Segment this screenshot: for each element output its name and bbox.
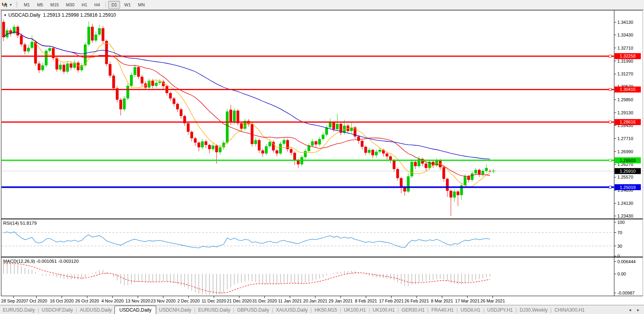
candle-body	[130, 75, 133, 86]
candle-body	[386, 154, 388, 156]
date-tick-label: 29 Jan 2021	[329, 299, 353, 303]
chart-tab-dj30-15[interactable]: DJ30,Weekly	[517, 306, 550, 314]
candle-body	[173, 98, 175, 104]
timeframe-button-m30[interactable]: M30	[63, 1, 78, 9]
chart-tab-ger30-11[interactable]: GER30,H1	[399, 306, 427, 314]
candle-body	[368, 150, 370, 153]
chart-pointer-icon[interactable]	[1, 2, 8, 8]
toolbar-grip[interactable]	[16, 2, 17, 8]
chart-tab-usdcnh-4[interactable]: USDCNH,Daily	[156, 306, 194, 314]
price-tick-label: 1.27710	[617, 136, 633, 141]
rsi-panel[interactable]: 10070300	[2, 220, 625, 258]
date-tick-label: 17 Feb 2021	[379, 299, 404, 303]
date-tick-label: 8 Mar 2021	[431, 299, 453, 303]
candle-body	[27, 48, 30, 51]
chart-tab-usdchf-1[interactable]: USDCHF,Daily	[39, 306, 76, 314]
candle-body	[187, 123, 190, 132]
candle-body	[361, 141, 363, 147]
candle-body	[393, 160, 396, 169]
chart-tab-usoil-13[interactable]: USOil,H1	[458, 306, 483, 314]
candle-body	[41, 65, 44, 70]
level-line-handle[interactable]	[609, 55, 611, 57]
chart-tab-uk100-9[interactable]: UK100,H1	[341, 306, 369, 314]
candle-body	[91, 27, 94, 40]
chart-tab-xauusd-7[interactable]: XAUUSD,Daily	[273, 306, 310, 314]
timeframe-button-d1[interactable]: D1	[108, 1, 120, 9]
candle-body	[332, 123, 335, 129]
price-tick-label: 1.31990	[617, 59, 633, 64]
candle-body	[304, 151, 307, 157]
candle-body	[410, 162, 413, 176]
candle-body	[478, 170, 481, 175]
timeframe-button-m5[interactable]: M5	[34, 1, 46, 9]
candle-body	[155, 83, 157, 86]
chart-tab-eurusd-5[interactable]: EURUSD,Daily	[195, 306, 233, 314]
last-price-cross-marker	[491, 169, 495, 173]
chart-tab-uk100-10[interactable]: UK100,H1	[370, 306, 398, 314]
level-line-handle[interactable]	[609, 186, 611, 189]
timeframe-button-m1[interactable]: M1	[21, 1, 33, 9]
date-tick-label: 8 Feb 2021	[355, 299, 377, 303]
moving-average-line-8	[4, 32, 490, 187]
candle-body	[254, 140, 257, 144]
timeframe-button-mn[interactable]: MN	[135, 1, 148, 9]
candle-body	[481, 171, 484, 174]
chart-tab-hk50-8[interactable]: HK50,M15	[312, 306, 340, 314]
timeframe-buttons: M1M5M15M30H1H4D1W1MN	[20, 1, 148, 9]
tabs-scroll-left-icon[interactable]: ◄	[628, 308, 632, 312]
macd-tick-label: 0.00	[617, 272, 626, 276]
candle-body	[485, 168, 488, 171]
timeframe-toolbar: ▼ M1M5M15M30H1H4D1W1MN	[0, 0, 644, 10]
tabs-scroll-right-icon[interactable]: ►	[636, 308, 640, 312]
level-price-box-label: 1.30415	[620, 87, 636, 92]
candle-body	[109, 64, 111, 75]
rsi-line	[4, 232, 490, 248]
macd-panel[interactable]: 0.0064440.00-0.00987	[4, 259, 636, 295]
candle-body	[286, 140, 289, 149]
chart-tab-china300-16[interactable]: CHINA300,H1	[552, 306, 588, 314]
candle-body	[357, 137, 360, 141]
moving-average-line-20	[4, 32, 490, 176]
candle-body	[119, 100, 122, 109]
caret-down-icon[interactable]: ▼	[8, 3, 15, 7]
candle-body	[389, 156, 392, 160]
timeframe-button-w1[interactable]: W1	[121, 1, 134, 9]
candle-body	[87, 27, 90, 44]
price-tick-label: 1.33430	[617, 33, 633, 37]
timeframe-button-h1[interactable]: H1	[78, 1, 90, 9]
candle-body	[453, 191, 456, 197]
date-tick-label: 26 Oct 2020	[75, 299, 99, 303]
chart-ohlc-values: 1.25913 1.25998 1.25816 1.25910	[43, 12, 116, 18]
price-chart-canvas[interactable]: 100703000.0064440.00-0.009871.341301.334…	[0, 0, 644, 305]
level-line-handle[interactable]	[609, 159, 611, 162]
main-price-panel[interactable]	[2, 19, 614, 216]
candle-body	[467, 176, 470, 180]
timeframe-button-m15[interactable]: M15	[47, 1, 62, 9]
chart-tab-eurusd-0[interactable]: EURUSD,Daily	[0, 306, 38, 314]
candle-body	[258, 140, 260, 150]
chart-tab-usdcad-3[interactable]: USDCAD,Daily	[114, 306, 156, 314]
candle-body	[59, 65, 62, 69]
candle-body	[240, 123, 243, 129]
timeframe-button-h4[interactable]: H4	[91, 1, 103, 9]
date-tick-label: 28 Sep 2020	[1, 299, 26, 303]
price-tick-label: 1.24130	[617, 201, 633, 206]
chart-tab-fra40-12[interactable]: FRA40,H1	[429, 306, 456, 314]
collapse-chart-icon[interactable]: ▼	[4, 13, 7, 17]
chart-tab-gbpusd-6[interactable]: GBPUSD,Daily	[234, 306, 272, 314]
candle-body	[198, 143, 200, 147]
candle-body	[375, 152, 378, 155]
chart-tab-audusd-2[interactable]: AUDUSD,Daily	[77, 306, 115, 314]
candle-body	[457, 191, 460, 195]
moving-average-line-55	[4, 32, 490, 159]
chart-tab-usdjpy-14[interactable]: USDJPY,H1	[485, 306, 516, 314]
candle-body	[293, 153, 296, 160]
level-line-handle[interactable]	[609, 88, 611, 91]
level-price-box-label: 1.25019	[620, 185, 636, 190]
candle-body	[105, 41, 108, 64]
date-tick-label: 11 Jan 2021	[278, 299, 302, 303]
candle-body	[268, 142, 271, 146]
candle-body	[283, 140, 285, 144]
level-line-handle[interactable]	[609, 121, 611, 123]
candle-body	[322, 135, 324, 139]
